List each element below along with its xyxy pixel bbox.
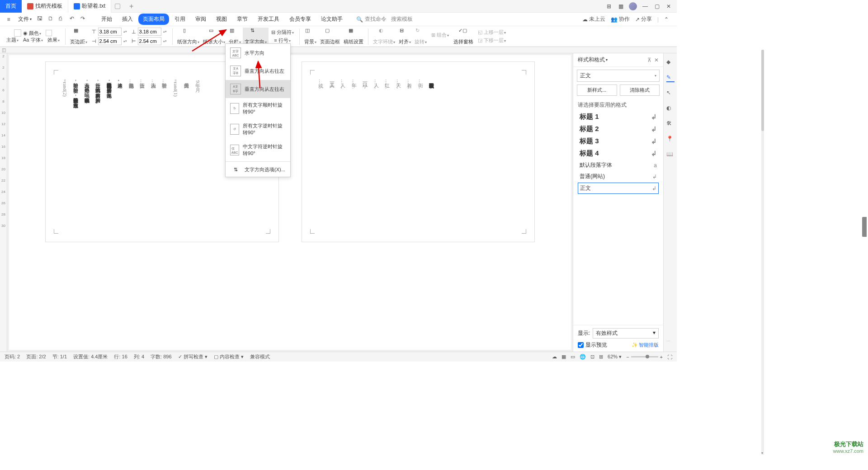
status-position[interactable]: 设置值: 4.4厘米 [73,353,108,360]
dd-vertical-rtl[interactable]: 文A字B垂直方向从右往左 [226,62,290,80]
more-icon[interactable]: ⋯ [666,339,675,347]
collab-button[interactable]: 👥 协作 [611,15,630,23]
status-wordcount[interactable]: 字数: 896 [151,353,171,360]
status-page[interactable]: 页面: 2/2 [26,353,46,360]
print-preview-icon[interactable]: 🗋 [48,15,56,24]
cloud-status[interactable]: ☁ 未上云 [582,15,605,23]
view-speech-icon[interactable]: ☁ [552,354,557,360]
horizontal-ruler[interactable]: ◫ [0,47,677,53]
tab-template[interactable]: 找稻壳模板 [22,0,68,13]
view-fit-icon[interactable]: ⊞ [599,354,603,360]
font-dropdown[interactable]: Aa 字体▾ [23,37,43,43]
style-normal-web[interactable]: 普通(网站)↲ [573,171,663,182]
show-combo[interactable]: 有效样式▾ [593,328,659,338]
clear-format-button[interactable]: 清除格式 [620,85,660,96]
status-contentcheck[interactable]: ▢ 内容检查 ▾ [214,353,244,360]
view-outline-icon[interactable]: ⊡ [590,354,594,360]
view-web-icon[interactable]: 🌐 [580,354,586,360]
style-heading3[interactable]: 标题 3↲ [573,135,663,147]
margin-left-input[interactable] [98,37,122,45]
tab-view[interactable]: 视图 [212,14,231,25]
dd-cjk-rotate[interactable]: 仅ABC中文字符逆时针旋转90° [226,140,290,160]
save-icon[interactable]: 🖫 [37,15,45,24]
style-default-font[interactable]: 默认段落字体a [573,160,663,171]
zoom-slider[interactable]: − + [626,354,663,360]
breaks-button[interactable]: ⊟ 分隔符▾ [271,29,294,36]
genkoyoshi-button[interactable]: ▦稿纸设置 [342,28,365,45]
command-search[interactable]: 🔍 查找命令 [356,15,387,23]
margin-right-input[interactable] [138,37,161,45]
close-button[interactable]: ✕ [665,3,672,10]
shape-icon[interactable]: ◐ [666,105,675,113]
print-icon[interactable]: ⎙ [59,15,67,24]
background-button[interactable]: ◫背景▾ [302,28,318,45]
columns-button[interactable]: ▥分栏▾ [227,28,243,45]
pin-icon[interactable]: ⊼ [647,57,651,63]
tab-section[interactable]: 章节 [232,14,252,25]
fullscreen-icon[interactable]: ⛶ [667,354,672,360]
page-border-button[interactable]: ▢页面边框 [318,28,342,45]
layout-icon[interactable]: ⊞ [605,3,613,10]
status-compat[interactable]: 兼容模式 [250,353,270,360]
dd-horizontal[interactable]: 文字ABC水平方向 [226,44,290,62]
color-dropdown[interactable]: ◉ 颜色▾ [23,30,41,37]
status-spellcheck[interactable]: ✓ 拼写检查 ▾ [178,353,208,360]
style-heading2[interactable]: 标题 2↲ [573,123,663,135]
view-read-icon[interactable]: ▭ [571,354,575,360]
tab-review[interactable]: 审阅 [191,14,211,25]
tab-start[interactable]: 开始 [97,14,117,25]
status-page-no[interactable]: 页码: 2 [5,353,20,360]
tab-page-layout[interactable]: 页面布局 [138,14,169,25]
preview-checkbox[interactable]: 显示预览 [578,341,607,349]
hamburger-icon[interactable]: ≡ [4,14,14,24]
zoom-out-icon[interactable]: − [626,354,629,360]
undo-icon[interactable]: ↶ [70,15,78,24]
vertical-ruler[interactable]: 22 46 810 1214 1618 2022 2426 2830 [0,53,7,352]
style-heading4[interactable]: 标题 4↲ [573,147,663,160]
tab-document[interactable]: 盼望着.txt [68,0,111,13]
maximize-button[interactable]: ▢ [653,3,660,10]
select-icon[interactable]: ↖ [666,89,675,98]
tab-paper[interactable]: 论文助手 [316,14,347,25]
status-section[interactable]: 节: 1/1 [52,353,67,360]
margins-button[interactable]: ▦ 页边距▾ [68,28,89,45]
collapse-ribbon-icon[interactable]: ⌃ [664,16,669,23]
selection-pane-button[interactable]: ✓▢选择窗格 [452,28,475,45]
align-button[interactable]: ⊟对齐▾ [397,28,413,45]
dd-vertical-ltr[interactable]: A文B字垂直方向从左往右 [226,80,290,98]
avatar[interactable] [629,2,637,10]
margin-bottom-input[interactable] [138,28,161,36]
tab-references[interactable]: 引用 [170,14,190,25]
book-icon[interactable]: 📖 [666,151,675,159]
page-2[interactable]: 或…… 一二三人 人…… 年…… 一小口 人…… 红…… 天…… 着…… 街……… [302,61,535,242]
status-col[interactable]: 列: 4 [134,353,144,360]
orientation-button[interactable]: ▯纸张方向▾ [175,28,201,45]
dd-rotate-ccw[interactable]: ↺所有文字逆时针旋转90° [226,119,290,140]
smart-layout-button[interactable]: ✨智能排版 [632,342,659,348]
template-search[interactable]: 搜索模板 [391,15,413,23]
effect-dropdown[interactable]: 效果▾ [47,37,60,43]
message-icon[interactable] [115,4,120,9]
grid-icon[interactable]: ▦ [617,3,624,10]
zoom-in-icon[interactable]: + [660,354,663,360]
view-print-icon[interactable]: ▦ [561,354,566,360]
text-direction-button[interactable]: ⇅文字方向▾ [243,28,269,45]
location-icon[interactable]: 📍 [666,136,675,144]
redo-icon[interactable]: ↷ [80,15,89,24]
dd-rotate-cw[interactable]: ↻所有文字顺时针旋转90° [226,98,290,119]
tool-icon[interactable]: 🛠 [666,120,675,128]
theme-dropdown[interactable]: 主题▾ [6,37,19,43]
tab-home[interactable]: 首页 [0,0,22,13]
line-numbers-button[interactable]: ≡ 行号▾ [274,37,290,44]
paper-size-button[interactable]: ▭纸张大小▾ [201,28,227,45]
file-menu[interactable]: 文件▾ [18,15,32,23]
status-line[interactable]: 行: 16 [114,353,127,360]
tab-insert[interactable]: 插入 [118,14,137,25]
new-style-button[interactable]: 新样式... [577,85,617,96]
zoom-level[interactable]: 62% ▾ [608,354,622,360]
assistant-icon[interactable]: ◆ [666,59,675,67]
styles-icon[interactable]: ✎ [666,74,675,82]
share-button[interactable]: ↗ 分享 [635,15,652,23]
dd-options[interactable]: ⇅文字方向选项(X)... [226,163,290,177]
close-panel-icon[interactable]: ✕ [654,57,659,63]
